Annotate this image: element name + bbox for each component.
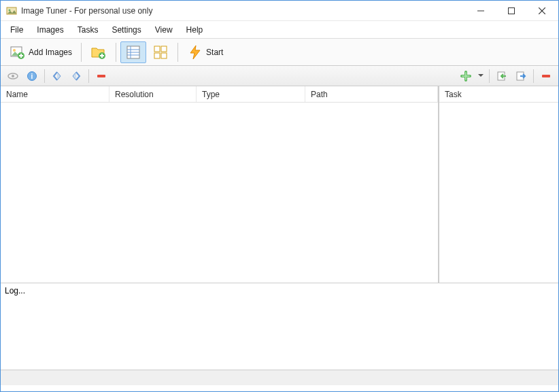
- rotate-left-icon: [52, 71, 63, 82]
- menubar: File Images Tasks Settings View Help: [1, 21, 558, 39]
- remove-button[interactable]: [93, 69, 109, 84]
- window-title: Image Tuner - For personal use only: [21, 6, 465, 16]
- separator: [533, 69, 534, 83]
- column-task[interactable]: Task: [439, 86, 558, 102]
- add-images-button[interactable]: Add Images: [5, 41, 77, 63]
- separator: [44, 69, 45, 83]
- rotate-right-icon: [71, 71, 82, 82]
- add-task-button[interactable]: [458, 69, 474, 84]
- column-name[interactable]: Name: [1, 86, 109, 102]
- svg-point-7: [13, 49, 16, 52]
- menu-settings[interactable]: Settings: [105, 22, 148, 37]
- import-button[interactable]: [494, 69, 510, 84]
- svg-rect-3: [508, 7, 514, 14]
- rotate-right-button[interactable]: [68, 69, 84, 84]
- svg-point-24: [12, 75, 14, 77]
- svg-rect-21: [154, 53, 160, 58]
- column-type[interactable]: Type: [197, 86, 305, 102]
- column-headers: Name Resolution Type Path: [1, 86, 438, 103]
- menu-images[interactable]: Images: [30, 22, 70, 37]
- export-icon: [515, 71, 526, 82]
- svg-rect-30: [542, 75, 550, 77]
- export-button[interactable]: [513, 69, 529, 84]
- list-view-icon: [125, 44, 141, 60]
- image-list-panel: Name Resolution Type Path: [1, 86, 439, 283]
- close-button[interactable]: [526, 1, 557, 20]
- menu-view[interactable]: View: [148, 22, 180, 37]
- task-list[interactable]: [439, 103, 558, 283]
- status-bar: [1, 370, 558, 385]
- grid-view-icon: [152, 44, 169, 60]
- menu-help[interactable]: Help: [180, 22, 210, 37]
- column-path[interactable]: Path: [305, 86, 438, 102]
- start-label: Start: [206, 48, 223, 57]
- column-resolution[interactable]: Resolution: [109, 86, 197, 102]
- add-task-dropdown[interactable]: [477, 69, 485, 84]
- view-thumbnails-button[interactable]: [148, 41, 173, 63]
- menu-tasks[interactable]: Tasks: [71, 22, 105, 37]
- lightning-icon: [187, 44, 203, 60]
- view-details-button[interactable]: [120, 41, 146, 63]
- separator: [88, 69, 89, 83]
- titlebar: Image Tuner - For personal use only: [1, 1, 558, 21]
- separator: [81, 43, 82, 62]
- secondary-toolbar: i: [1, 66, 558, 86]
- import-icon: [496, 71, 507, 82]
- main-toolbar: Add Images Start: [1, 39, 558, 66]
- svg-rect-19: [154, 46, 160, 52]
- add-image-icon: [10, 44, 26, 60]
- info-icon: i: [27, 71, 37, 82]
- task-column-headers: Task: [439, 86, 558, 103]
- image-list[interactable]: [1, 103, 438, 283]
- separator: [489, 69, 490, 83]
- add-folder-button[interactable]: [86, 41, 112, 63]
- separator: [116, 43, 116, 62]
- svg-rect-22: [161, 53, 167, 58]
- plus-icon: [460, 71, 471, 82]
- minus-icon: [541, 73, 552, 79]
- minimize-button[interactable]: [465, 1, 496, 20]
- eye-icon: [7, 71, 18, 82]
- add-images-label: Add Images: [29, 48, 72, 57]
- separator: [177, 43, 178, 62]
- log-label: Log...: [5, 286, 25, 296]
- start-button[interactable]: Start: [182, 41, 228, 63]
- rotate-left-button[interactable]: [49, 69, 65, 84]
- remove-task-button[interactable]: [538, 69, 554, 84]
- svg-rect-20: [161, 46, 167, 52]
- folder-add-icon: [90, 44, 107, 60]
- info-button[interactable]: i: [24, 69, 40, 84]
- svg-text:i: i: [31, 73, 33, 80]
- task-panel: Task: [439, 86, 558, 283]
- log-panel: Log...: [1, 283, 558, 370]
- app-icon: [6, 5, 17, 16]
- svg-rect-27: [97, 75, 105, 77]
- content-area: Name Resolution Type Path Task: [1, 86, 558, 283]
- minus-icon: [96, 73, 107, 79]
- menu-file[interactable]: File: [3, 22, 30, 37]
- preview-button[interactable]: [5, 69, 21, 84]
- maximize-button[interactable]: [496, 1, 526, 20]
- chevron-down-icon: [478, 74, 484, 77]
